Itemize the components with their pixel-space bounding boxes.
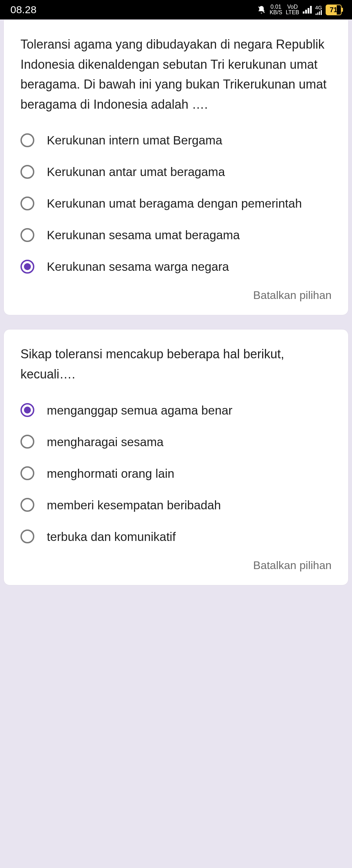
status-indicators: 0.01 KB/S VoD LTEB 4G 71 bbox=[257, 4, 342, 15]
clear-selection-button[interactable]: Batalkan pilihan bbox=[20, 559, 332, 572]
network-4g-icon: 4G bbox=[315, 5, 322, 15]
option-label: menganggap semua agama benar bbox=[47, 402, 232, 419]
form-content: Toleransi agama yang dibudayakan di nega… bbox=[0, 19, 352, 585]
option-label: Kerukunan sesama umat beragama bbox=[47, 226, 240, 243]
status-bar: 08.28 0.01 KB/S VoD LTEB 4G 71 bbox=[0, 0, 352, 19]
radio-option[interactable]: Kerukunan umat beragama dengan pemerinta… bbox=[20, 195, 332, 212]
radio-option[interactable]: menghormati orang lain bbox=[20, 465, 332, 482]
radio-option[interactable]: mengharagai sesama bbox=[20, 433, 332, 450]
radio-icon bbox=[20, 403, 34, 417]
radio-option[interactable]: terbuka dan komunikatif bbox=[20, 528, 332, 545]
radio-option[interactable]: Kerukunan antar umat beragama bbox=[20, 163, 332, 180]
option-label: menghormati orang lain bbox=[47, 465, 174, 482]
options-list: Kerukunan intern umat Bergama Kerukunan … bbox=[20, 132, 332, 275]
radio-option[interactable]: Kerukunan sesama umat beragama bbox=[20, 226, 332, 243]
radio-option[interactable]: memberi kesempatan beribadah bbox=[20, 496, 332, 514]
question-card: Toleransi agama yang dibudayakan di nega… bbox=[3, 19, 349, 315]
radio-option[interactable]: Kerukunan intern umat Bergama bbox=[20, 132, 332, 149]
radio-option[interactable]: Kerukunan sesama warga negara bbox=[20, 258, 332, 275]
question-text: Sikap toleransi mencakup beberapa hal be… bbox=[20, 344, 332, 384]
radio-icon bbox=[20, 498, 34, 512]
battery-indicator: 71 bbox=[326, 5, 342, 15]
option-label: Kerukunan antar umat beragama bbox=[47, 163, 225, 180]
options-list: menganggap semua agama benar mengharagai… bbox=[20, 402, 332, 545]
signal-icon bbox=[303, 6, 312, 14]
option-label: Kerukunan umat beragama dengan pemerinta… bbox=[47, 195, 302, 212]
notification-muted-icon bbox=[257, 5, 266, 14]
option-label: memberi kesempatan beribadah bbox=[47, 496, 221, 514]
option-label: terbuka dan komunikatif bbox=[47, 528, 176, 545]
option-label: mengharagai sesama bbox=[47, 433, 164, 450]
radio-icon bbox=[20, 466, 34, 480]
radio-icon bbox=[20, 197, 34, 210]
question-card: Sikap toleransi mencakup beberapa hal be… bbox=[3, 329, 349, 585]
clear-selection-button[interactable]: Batalkan pilihan bbox=[20, 289, 332, 302]
status-time: 08.28 bbox=[10, 4, 36, 16]
radio-icon bbox=[20, 133, 34, 147]
option-label: Kerukunan sesama warga negara bbox=[47, 258, 229, 275]
option-label: Kerukunan intern umat Bergama bbox=[47, 132, 222, 149]
radio-icon bbox=[20, 165, 34, 179]
radio-icon bbox=[20, 260, 34, 274]
radio-icon bbox=[20, 228, 34, 242]
radio-option[interactable]: menganggap semua agama benar bbox=[20, 402, 332, 419]
radio-icon bbox=[20, 435, 34, 449]
radio-icon bbox=[20, 529, 34, 543]
question-text: Toleransi agama yang dibudayakan di nega… bbox=[20, 34, 332, 114]
data-speed-indicator: 0.01 KB/S bbox=[269, 4, 282, 15]
vod-indicator: VoD LTEB bbox=[286, 4, 299, 15]
